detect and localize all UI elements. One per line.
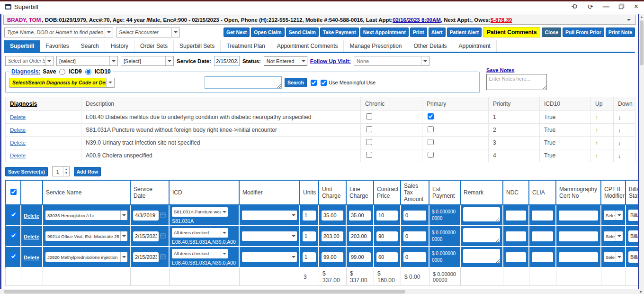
mammography-input[interactable] (559, 231, 598, 241)
remark-textarea[interactable] (463, 207, 500, 221)
tab-favorites[interactable]: Favorites (40, 40, 75, 52)
primary-checkbox[interactable] (428, 152, 434, 158)
encounter-combobox[interactable]: Select Encounter (116, 28, 180, 37)
last-appt-link[interactable]: 02/16/2023 8:00AM (393, 17, 441, 23)
banner-chevron-down-icon[interactable] (626, 17, 632, 23)
delete-diagnosis-link[interactable]: Delete (10, 114, 26, 120)
tab-search[interactable]: Search (75, 40, 105, 52)
modifier-select[interactable] (242, 252, 297, 262)
service-name-select[interactable]: J2920 Methylprednisolone injection (45, 252, 127, 262)
tab-appointment[interactable]: Appointment (453, 40, 497, 52)
service-row-checkbox[interactable] (10, 253, 17, 259)
line-charge-input[interactable] (349, 252, 371, 262)
primary-checkbox[interactable] (428, 139, 434, 145)
icd-select[interactable]: All items checked (172, 228, 228, 238)
cpt2-modifier-select[interactable]: Sele (604, 231, 623, 241)
units-input[interactable] (303, 211, 316, 220)
move-up-icon[interactable]: ↑ (595, 139, 599, 147)
sales-tax-input[interactable] (403, 252, 426, 262)
billable-status-value[interactable]: Billable (628, 251, 639, 263)
print-button[interactable]: Print (410, 28, 427, 37)
icd10-radio[interactable] (85, 69, 91, 75)
delete-service-link[interactable]: Delete (24, 213, 39, 219)
calendar-icon[interactable] (160, 211, 166, 220)
send-claim-button[interactable]: Send Claim (286, 28, 319, 37)
contract-price-input[interactable] (376, 252, 398, 262)
stepper-up-icon[interactable]: ▲ (65, 168, 68, 172)
follow-up-visit-link[interactable]: Follow Up Visit: (310, 58, 351, 64)
sales-tax-input[interactable] (403, 231, 426, 241)
remark-textarea[interactable] (463, 228, 500, 242)
pull-from-prior-button[interactable]: Pull From Prior (563, 28, 604, 37)
tab-other-details[interactable]: Other Details (408, 40, 453, 52)
mammography-input[interactable] (559, 211, 598, 220)
minimize-icon[interactable]: — (603, 3, 609, 10)
move-down-icon[interactable]: ↓ (618, 139, 621, 147)
move-down-icon[interactable]: ↓ (618, 127, 621, 134)
meaningful-use-checkbox[interactable] (321, 80, 327, 86)
diagnosis-search-select[interactable]: Select/Search Diagnosis by Code or Descr… (9, 78, 115, 88)
chronic-checkbox[interactable] (366, 152, 372, 158)
delete-service-link[interactable]: Delete (24, 234, 39, 239)
vertical-scrollbar[interactable]: ▲ (639, 14, 644, 289)
primary-checkbox[interactable] (428, 126, 434, 132)
notes-textarea[interactable] (486, 74, 547, 90)
ndc-input[interactable] (506, 252, 526, 262)
clia-input[interactable] (532, 231, 553, 241)
restore-icon[interactable] (618, 3, 625, 10)
pin-icon[interactable] (571, 3, 578, 10)
delete-diagnosis-link[interactable]: Delete (10, 140, 26, 146)
refresh-icon[interactable]: ⟳ (588, 3, 593, 10)
clia-input[interactable] (532, 211, 553, 220)
diagnosis-link[interactable]: Diagnosis: (11, 68, 40, 75)
vertical-scroll-thumb[interactable] (640, 20, 644, 65)
chronic-checkbox[interactable] (366, 113, 372, 119)
contract-price-input[interactable] (376, 231, 398, 241)
alert-button[interactable]: Alert (429, 28, 446, 37)
save-services-button[interactable]: Save Service(s) (5, 167, 48, 176)
close-icon[interactable]: × (634, 3, 638, 10)
delete-diagnosis-link[interactable]: Delete (10, 127, 26, 133)
col-diagnosis[interactable]: Diagnosis (6, 97, 81, 111)
tab-superbill[interactable]: Superbill (4, 40, 40, 52)
tab-treatment-plan[interactable]: Treatment Plan (221, 40, 271, 52)
service-date-input[interactable] (133, 252, 159, 262)
patient-alert-button[interactable]: Patient Alert (447, 28, 482, 37)
unit-charge-input[interactable] (322, 252, 343, 262)
status-select[interactable]: Not Entered (264, 56, 307, 66)
delete-service-link[interactable]: Delete (24, 255, 39, 260)
service-date-input[interactable] (133, 231, 159, 241)
move-down-icon[interactable]: ↓ (618, 114, 621, 121)
move-up-icon[interactable]: ↑ (595, 152, 599, 159)
units-input[interactable] (303, 231, 316, 241)
line-charge-input[interactable] (349, 231, 371, 241)
order-set-select[interactable]: Select an Order Set (5, 56, 54, 66)
calendar-icon[interactable] (160, 253, 166, 261)
primary-checkbox[interactable] (428, 113, 434, 119)
line-charge-input[interactable] (349, 211, 371, 220)
move-up-icon[interactable]: ↑ (595, 127, 599, 134)
ndc-input[interactable] (506, 211, 526, 220)
save-notes-link[interactable]: Save Notes (486, 67, 514, 73)
stepper-down-icon[interactable]: ▼ (65, 172, 68, 175)
tab-history[interactable]: History (105, 40, 134, 52)
unit-charge-input[interactable] (322, 231, 343, 241)
sales-tax-input[interactable] (403, 211, 426, 220)
follow-up-select[interactable]: None (354, 56, 429, 66)
move-down-icon[interactable]: ↓ (618, 152, 621, 159)
tab-manage-prescription[interactable]: Manage Prescription (344, 40, 408, 52)
units-input[interactable] (303, 252, 316, 262)
move-up-icon[interactable]: ↑ (595, 114, 599, 121)
owes-amount[interactable]: $-878.39 (491, 17, 512, 23)
billable-status-value[interactable]: Billable (628, 210, 639, 221)
order-set-sub-select[interactable]: [select] (56, 56, 118, 66)
patient-comments-button[interactable]: Patient Comments (483, 27, 540, 37)
clia-input[interactable] (532, 252, 553, 262)
tab-order-sets[interactable]: Order Sets (134, 40, 174, 52)
select-all-checkbox[interactable] (10, 189, 17, 195)
diagnosis-search-input[interactable] (205, 76, 282, 89)
scroll-up-icon[interactable]: ▲ (639, 14, 644, 20)
icd-select[interactable]: S81.031A Puncture woun (172, 207, 228, 217)
take-payment-button[interactable]: Take Payment (320, 28, 359, 37)
service-name-select[interactable]: 83036 Hemoglobin A1c (45, 211, 127, 220)
